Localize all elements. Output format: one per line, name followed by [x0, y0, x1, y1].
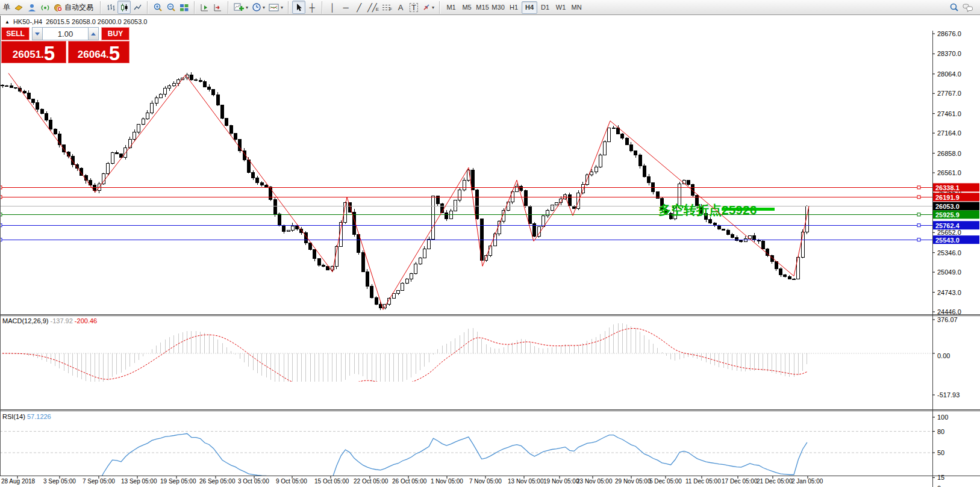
- bear-candle: [199, 80, 202, 81]
- time-tick-label: 28 Aug 2018: [1, 478, 36, 485]
- volume-input[interactable]: [43, 27, 88, 40]
- buy-price: 26064: [78, 49, 106, 61]
- candlestick-button[interactable]: [117, 1, 131, 14]
- price-chart-canvas[interactable]: 多空转折点2592628676.028370.028064.027767.027…: [0, 15, 980, 487]
- mt4-window: 单 自动交易: [0, 0, 980, 487]
- bear-candle: [225, 118, 228, 126]
- bull-candle: [151, 104, 154, 113]
- equidistant-channel-button[interactable]: ╱╱E: [366, 1, 381, 14]
- metaeditor-icon[interactable]: [12, 1, 25, 14]
- timeframe-button-M15[interactable]: M15: [475, 1, 490, 14]
- text-label-button[interactable]: T: [407, 1, 420, 14]
- bear-candle: [234, 134, 237, 140]
- cursor-button[interactable]: [292, 1, 305, 14]
- bear-candle: [788, 277, 791, 279]
- timeframe-button-H4[interactable]: H4: [522, 1, 537, 14]
- period-clock-button[interactable]: ▾: [250, 1, 267, 14]
- indicators-button[interactable]: ▾: [267, 1, 285, 14]
- bull-candle: [419, 258, 422, 264]
- bull-candle: [428, 239, 431, 249]
- bear-candle: [216, 95, 219, 105]
- line-handle[interactable]: [917, 238, 920, 241]
- price-level-label: 25925.9: [933, 210, 979, 219]
- vertical-line-button[interactable]: │: [326, 1, 339, 14]
- bear-candle: [23, 91, 26, 93]
- buy-button-label[interactable]: BUY: [101, 27, 130, 40]
- volume-increase-button[interactable]: [88, 27, 99, 40]
- bull-candle: [410, 273, 413, 279]
- bear-candle: [529, 206, 532, 224]
- crosshair-button[interactable]: ┼: [305, 1, 319, 14]
- bear-candle: [36, 102, 39, 109]
- timeframe-button-H1[interactable]: H1: [506, 1, 522, 14]
- sell-button-label[interactable]: SELL: [1, 27, 30, 40]
- bear-candle: [709, 219, 712, 223]
- price-tick-label: 25346.0: [937, 249, 961, 256]
- arrow-up-icon: [91, 33, 96, 36]
- bear-candle: [247, 160, 250, 173]
- line-handle[interactable]: [917, 213, 920, 216]
- price-tick-label: 27461.0: [937, 110, 961, 117]
- price-level-label: 26053.0: [933, 202, 979, 210]
- bear-candle: [775, 262, 778, 269]
- timeframe-button-D1[interactable]: D1: [537, 1, 553, 14]
- bull-candle: [142, 119, 145, 125]
- chart-header: ▲ HK50-,H4 26015.5 26058.0 26000.0 26053…: [5, 18, 147, 25]
- toolbar-separator: [100, 1, 101, 14]
- trendline-button[interactable]: ╱: [352, 1, 366, 14]
- time-tick-label: 2 Jan 05:00: [791, 478, 823, 485]
- timeframe-button-MN[interactable]: MN: [569, 1, 584, 14]
- one-click-collapse-arrow[interactable]: ▲: [5, 19, 10, 25]
- chat-icon[interactable]: [961, 1, 975, 14]
- bear-candle: [366, 271, 369, 286]
- zoom-out-button[interactable]: [164, 1, 178, 14]
- price-level-value: 25543.0: [935, 237, 960, 244]
- toolbar-separator: [147, 1, 148, 14]
- buy-button[interactable]: 26064.5: [68, 41, 130, 63]
- arrows-button[interactable]: ▾: [420, 1, 436, 14]
- line-handle[interactable]: [917, 224, 920, 227]
- bull-candle: [146, 113, 149, 119]
- bear-candle: [256, 178, 259, 182]
- timeframe-button-M1[interactable]: M1: [443, 1, 459, 14]
- bull-candle: [159, 94, 162, 98]
- line-handle[interactable]: [917, 196, 920, 199]
- zoom-in-button[interactable]: [151, 1, 164, 14]
- time-tick-label: 15 Oct 05:00: [314, 478, 349, 485]
- price-level-value: 26191.9: [935, 194, 960, 201]
- sell-button[interactable]: 26051.5: [1, 41, 66, 63]
- bull-candle: [155, 98, 158, 104]
- time-tick-label: 22 Oct 05:00: [354, 478, 389, 485]
- new-order-button[interactable]: 单: [1, 2, 12, 13]
- line-chart-button[interactable]: [131, 1, 144, 14]
- new-chart-button[interactable]: ▾: [232, 1, 250, 14]
- chart-shift-button[interactable]: [211, 1, 225, 14]
- timeframe-button-M30[interactable]: M30: [490, 1, 506, 14]
- timeframe-button-M5[interactable]: M5: [459, 1, 475, 14]
- autotrading-button[interactable]: 自动交易: [52, 1, 97, 14]
- auto-scroll-button[interactable]: [198, 1, 211, 14]
- bear-candle: [278, 214, 281, 225]
- price-level-label: 25762.4: [933, 221, 979, 229]
- community-icon[interactable]: [25, 1, 39, 14]
- toolbar-separator: [228, 1, 229, 14]
- time-tick-label: 29 Nov 05:00: [615, 478, 651, 485]
- text-button[interactable]: A: [394, 1, 407, 14]
- bull-candle: [595, 167, 598, 172]
- bar-chart-button[interactable]: [104, 1, 117, 14]
- bear-candle: [27, 93, 30, 99]
- search-icon[interactable]: [947, 1, 961, 14]
- volume-decrease-button[interactable]: [32, 27, 43, 40]
- bull-candle: [516, 186, 519, 191]
- toolbar: 单 自动交易: [0, 0, 980, 15]
- timeframe-button-W1[interactable]: W1: [553, 1, 569, 14]
- macd-label: MACD(12,26,9) -137.92 -200.46: [2, 317, 97, 324]
- price-axis[interactable]: 28676.028370.028064.027767.027461.027164…: [932, 30, 961, 315]
- time-axis[interactable]: 28 Aug 20183 Sep 05:007 Sep 05:0013 Sep …: [1, 476, 823, 485]
- signals-icon[interactable]: [39, 1, 52, 14]
- line-handle[interactable]: [917, 186, 920, 189]
- rsi-scale-label: 15: [937, 474, 944, 481]
- horizontal-line-button[interactable]: ─: [339, 1, 352, 14]
- tile-windows-button[interactable]: [178, 1, 191, 14]
- fibonacci-button[interactable]: F: [381, 1, 394, 14]
